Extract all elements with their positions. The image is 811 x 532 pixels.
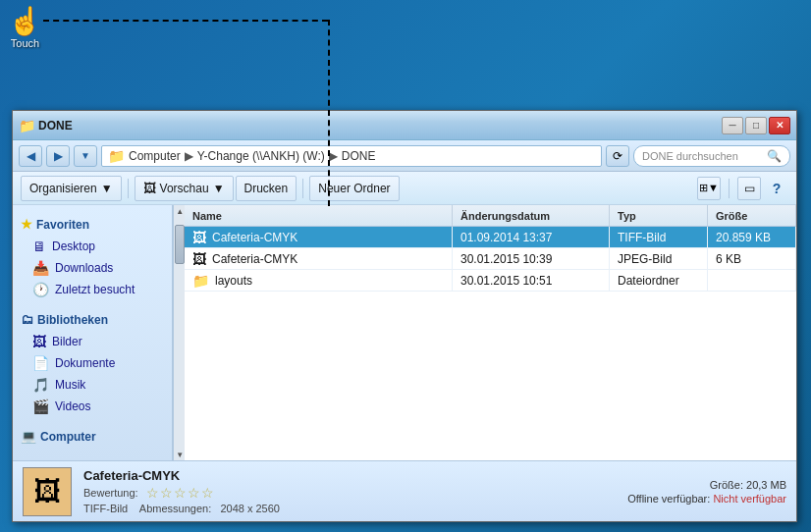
print-button[interactable]: Drucken: [236, 176, 297, 201]
filetype-label: TIFF-Bild: [83, 503, 128, 514]
toolbar-divider-1: [128, 179, 129, 198]
close-button[interactable]: ✕: [769, 117, 790, 134]
file-name-2: layouts: [215, 274, 252, 288]
libraries-header: 🗂 Bibliotheken: [13, 308, 172, 331]
file-name-1: Cafeteria-CMYK: [212, 252, 297, 266]
sidebar-item-desktop[interactable]: 🖥 Desktop: [13, 236, 172, 257]
favorites-header: ★ Favoriten: [13, 213, 172, 236]
preview-label: Vorschau: [160, 182, 209, 195]
status-type: TIFF-Bild Abmessungen: 2048 x 2560: [83, 503, 280, 514]
address-bar: ◀ ▶ ▼ 📁 Computer ▶ Y-Change (\\ANKH) (W:…: [13, 140, 796, 172]
status-meta: Größe: 20,3 MB Offline verfügbar: Nicht …: [627, 479, 786, 505]
rating-stars[interactable]: ☆☆☆☆☆: [146, 485, 215, 501]
touch-hand-icon: ☝: [8, 8, 42, 35]
sidebar-item-pictures[interactable]: 🖼 Bilder: [13, 331, 172, 352]
header-size[interactable]: Größe: [708, 205, 796, 226]
size-value: 20,3 MB: [746, 479, 786, 491]
view-list-button[interactable]: ⊞▼: [697, 177, 721, 200]
videos-label: Videos: [55, 399, 90, 413]
sidebar-item-videos[interactable]: 🎬 Videos: [13, 396, 172, 417]
breadcrumb-drive[interactable]: Y-Change (\\ANKH) (W:): [197, 149, 325, 163]
sidebar-item-downloads[interactable]: 📥 Downloads: [13, 257, 172, 279]
file-row-0[interactable]: 🖼 Cafeteria-CMYK 01.09.2014 13:37 TIFF-B…: [185, 227, 796, 248]
file-row-2[interactable]: 📁 layouts 30.01.2015 10:51 Dateiordner: [185, 270, 796, 292]
header-date[interactable]: Änderungsdatum: [453, 205, 610, 226]
breadcrumb-done[interactable]: DONE: [342, 149, 376, 163]
file-name-0: Cafeteria-CMYK: [212, 231, 297, 244]
file-cell-name-2: 📁 layouts: [185, 270, 453, 291]
file-list-header: Name Änderungsdatum Typ Größe: [185, 205, 796, 227]
file-cell-size-0: 20.859 KB: [708, 227, 796, 247]
search-icon: 🔍: [767, 149, 782, 163]
preview-button[interactable]: 🖼 Vorschau ▼: [135, 176, 234, 201]
status-thumbnail: 🖼: [23, 467, 72, 516]
forward-button[interactable]: ▶: [46, 145, 70, 167]
search-box[interactable]: DONE durchsuchen 🔍: [633, 145, 790, 167]
dimensions-value: 2048 x 2560: [220, 503, 280, 514]
title-bar: 📁 DONE ─ □ ✕: [13, 111, 796, 140]
libraries-section: 🗂 Bibliotheken 🖼 Bilder 📄 Dokumente: [13, 308, 172, 417]
preview-dropdown-icon: ▼: [213, 182, 225, 195]
maximize-button[interactable]: □: [745, 117, 767, 134]
status-info: Cafeteria-CMYK Bewertung: ☆☆☆☆☆ TIFF-Bil…: [83, 468, 280, 514]
preview-icon: 🖼: [143, 181, 156, 195]
offline-value: Nicht verfügbar: [713, 493, 786, 505]
documents-icon: 📄: [32, 355, 49, 371]
sidebar-item-music[interactable]: 🎵 Musik: [13, 374, 172, 396]
computer-section: 💻 Computer: [13, 425, 172, 448]
scroll-up-arrow[interactable]: ▲: [175, 205, 185, 217]
breadcrumb-computer[interactable]: Computer: [129, 149, 181, 163]
refresh-button[interactable]: ⟳: [606, 145, 629, 167]
file-cell-name-1: 🖼 Cafeteria-CMYK: [185, 248, 453, 269]
file-list: Name Änderungsdatum Typ Größe 🖼 Cafeteri…: [185, 205, 796, 460]
computer-icon: 💻: [21, 429, 36, 444]
organize-button[interactable]: Organisieren ▼: [21, 176, 122, 201]
file-cell-date-1: 30.01.2015 10:39: [453, 248, 610, 269]
back-button[interactable]: ◀: [19, 145, 42, 167]
file-cell-size-2: [708, 270, 796, 291]
toolbar-divider-3: [729, 179, 730, 198]
address-path[interactable]: 📁 Computer ▶ Y-Change (\\ANKH) (W:) ▶ DO…: [101, 145, 602, 167]
search-placeholder: DONE durchsuchen: [642, 150, 738, 162]
header-name[interactable]: Name: [185, 205, 453, 226]
recent-button[interactable]: ▼: [74, 145, 97, 167]
file-row-1[interactable]: 🖼 Cafeteria-CMYK 30.01.2015 10:39 JPEG-B…: [185, 248, 796, 270]
offline-label: Offline verfügbar:: [627, 493, 710, 505]
rating-label: Bewertung:: [83, 487, 138, 499]
size-label: Größe:: [710, 479, 743, 491]
toolbar: Organisieren ▼ 🖼 Vorschau ▼ Drucken Neue…: [13, 172, 796, 205]
header-type[interactable]: Typ: [610, 205, 708, 226]
touch-icon-area: ☝ Touch: [8, 8, 42, 49]
breadcrumb: Computer ▶ Y-Change (\\ANKH) (W:) ▶ DONE: [129, 149, 375, 163]
file-icon-jpeg-1: 🖼: [192, 251, 206, 267]
status-bar: 🖼 Cafeteria-CMYK Bewertung: ☆☆☆☆☆ TIFF-B…: [13, 460, 796, 521]
file-icon-folder-2: 📁: [192, 273, 209, 289]
music-icon: 🎵: [32, 377, 49, 393]
sidebar-scrollbar[interactable]: ▲ ▼: [173, 205, 185, 460]
sidebar: ★ Favoriten 🖥 Desktop 📥 Downloads 🕐: [13, 205, 173, 460]
sidebar-item-recent[interactable]: 🕐 Zuletzt besucht: [13, 279, 172, 300]
scroll-thumb[interactable]: [175, 225, 185, 264]
path-folder-icon: 📁: [108, 148, 125, 164]
favorites-section: ★ Favoriten 🖥 Desktop 📥 Downloads 🕐: [13, 213, 172, 300]
main-content: ★ Favoriten 🖥 Desktop 📥 Downloads 🕐: [13, 205, 796, 460]
star-icon: ★: [21, 217, 32, 232]
desktop-label: Desktop: [52, 239, 95, 253]
pictures-label: Bilder: [52, 335, 82, 348]
downloads-label: Downloads: [55, 261, 113, 275]
new-folder-button[interactable]: Neuer Ordner: [309, 176, 399, 201]
pictures-icon: 🖼: [32, 334, 46, 349]
downloads-icon: 📥: [32, 260, 49, 276]
minimize-button[interactable]: ─: [722, 117, 743, 134]
sidebar-item-documents[interactable]: 📄 Dokumente: [13, 352, 172, 374]
organize-dropdown-icon: ▼: [101, 182, 113, 195]
scroll-down-arrow[interactable]: ▼: [175, 449, 185, 460]
file-icon-tiff-0: 🖼: [192, 230, 206, 245]
help-button[interactable]: ?: [765, 177, 788, 200]
dashed-arrow-vertical: [328, 20, 330, 206]
computer-label: Computer: [40, 430, 96, 444]
documents-label: Dokumente: [55, 356, 115, 370]
details-pane-button[interactable]: ▭: [737, 177, 761, 200]
toolbar-divider-2: [302, 179, 303, 198]
rating-row: Bewertung: ☆☆☆☆☆: [83, 485, 280, 501]
